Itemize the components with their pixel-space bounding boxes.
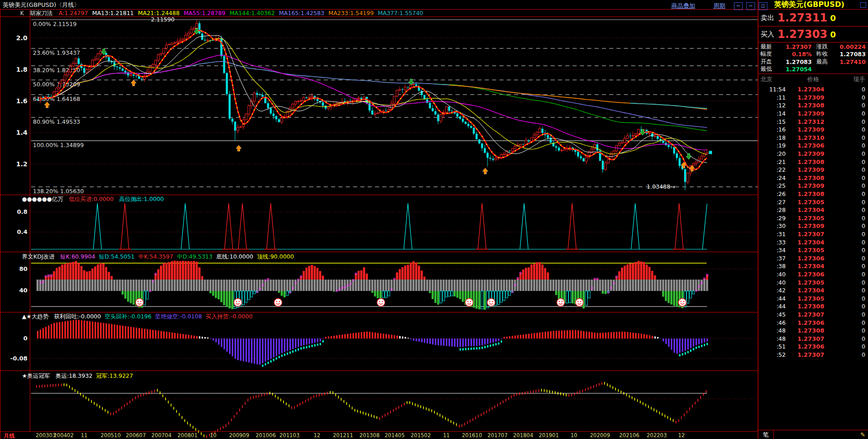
panel5-values: 奥运:18.3932冠军:13.9227 [55,372,137,379]
svg-text:80: 80 [19,265,27,272]
pen-icon[interactable]: ✎ [774,431,868,438]
svg-text:50.00% 1.73209: 50.00% 1.73209 [33,81,80,88]
svg-text:2.0: 2.0 [16,34,27,42]
panel2-buy-value: 低位买进:0.0000 [69,196,113,202]
quote-bottom-bar: 笔 ✎ [758,430,868,439]
svg-text:201405: 201405 [385,432,405,439]
indicator-value: A:1.24797 [59,10,88,16]
prev-window-icon[interactable]: ⇦ [734,2,743,10]
panel4-value: 空头回补:-0.0196 [105,313,151,320]
svg-text:201707: 201707 [488,432,508,439]
panel3-header: 界文KDJ改进 短K:60.9904短D:54.5051中K:54.3597中D… [22,253,301,261]
svg-text:1.8: 1.8 [16,66,27,73]
panel3-value: 顶线:90.0000 [257,253,294,260]
overlay-menu-label: 商品叠加 [671,2,695,9]
panel2-sell-value: 高位抛出:1.0000 [119,196,164,202]
svg-text:201103: 201103 [279,432,300,439]
indicator-value: MA55:1.28789 [184,10,225,16]
svg-text:200402: 200402 [54,432,74,439]
svg-text:23.60% 1.93437: 23.60% 1.93437 [33,49,80,56]
svg-text:201901: 201901 [539,432,559,439]
panel3-title: 界文KDJ改进 [22,253,55,260]
svg-text:200909: 200909 [229,432,249,439]
period-menu-label: 周期 [713,2,725,9]
svg-text:201610: 201610 [462,432,482,439]
svg-text:11: 11 [81,432,88,439]
panel4-value: 买入持货:-0.0000 [206,313,252,320]
bid-row: 买入 1.27303 0 [758,26,868,42]
indicator-value: MA13:1.21811 [92,10,134,16]
panel5-value: 奥运:18.3932 [55,372,92,379]
panel5-value: 冠军:13.9227 [96,372,133,379]
indicator-prefix: K [20,10,24,16]
main-indicator-header: K 胡家刀法 A:1.24797MA13:1.21811MA21:1.24488… [20,10,431,17]
next-window-icon[interactable]: ⇨ [746,2,755,10]
svg-text:10: 10 [571,432,578,439]
bid-volume: 0 [830,30,836,39]
col-time: 北京 [758,75,788,84]
panel5-title: ★奥运冠军 [22,372,50,379]
panel5-header: ★奥运冠军 奥运:18.3932冠军:13.9227 [22,372,140,380]
indicator-value: MA233:1.54199 [328,10,374,16]
svg-text:202106: 202106 [619,432,639,439]
panel4-title: ▲★大趋势 [22,313,48,320]
svg-text:1.4: 1.4 [16,129,27,136]
svg-text:1.6: 1.6 [16,97,27,105]
svg-text:12: 12 [678,432,685,439]
svg-text:201804: 201804 [513,432,533,439]
panel3-value: 短K:60.9904 [60,253,96,260]
svg-text:200704: 200704 [151,432,171,439]
indicator-value: MA144:1.40362 [230,10,275,16]
svg-text:202009: 202009 [590,432,610,439]
svg-text:0.4: 0.4 [17,228,27,235]
ask-row: 卖出 1.27311 0 [758,10,868,26]
indicator-value: MA21:1.24488 [138,10,180,16]
panel2-header: ●●●●●●亿万 低位买进:0.0000 高位抛出:1.0000 [22,196,167,203]
svg-text:11: 11 [443,432,450,439]
panel3-value: 中K:54.3597 [138,253,173,260]
svg-text:1.2: 1.2 [16,160,27,168]
svg-text:100.00% 1.34899: 100.00% 1.34899 [33,142,84,148]
svg-text:0.00% 2.11519: 0.00% 2.11519 [33,21,76,27]
panel3-values: 短K:60.9904短D:54.5051中K:54.3597中D:49.5313… [60,253,298,260]
col-volume: 现手 [838,75,868,84]
svg-text:200607: 200607 [126,432,146,439]
svg-text:0: 0 [23,335,27,342]
svg-text:200801: 200801 [177,432,198,439]
period-label[interactable]: 月线 [4,432,15,439]
ask-label: 卖出 [761,14,774,22]
svg-text:80.90% 1.49533: 80.90% 1.49533 [33,118,80,125]
quote-symbol-title: 英镑美元(GBPUSD) [758,0,860,10]
svg-text:40: 40 [19,287,27,294]
tab-tick[interactable]: 笔 [758,430,774,439]
svg-text:200303: 200303 [36,432,56,439]
svg-text:202203: 202203 [647,432,667,439]
panel2-title: ●●●●●●亿万 [22,196,63,202]
ask-volume: 0 [830,13,836,23]
svg-text:201308: 201308 [359,432,380,439]
panel4-value: 获利回吐:-0.0000 [54,313,101,320]
svg-text:200510: 200510 [101,432,121,439]
svg-text:-0.08: -0.08 [11,355,27,362]
quote-panel-header: 英镑美元(GBPUSD) [758,0,868,10]
bid-price[interactable]: 1.27303 [777,28,827,41]
svg-text:201211: 201211 [333,432,353,439]
svg-text:201006: 201006 [256,432,276,439]
period-menu[interactable]: 周期 [713,1,725,10]
indicator-value: MA377:1.55740 [378,10,423,16]
panel3-value: 短D:54.5051 [99,253,134,260]
overlay-menu[interactable]: 商品叠加 [671,1,695,10]
indicator-name: 胡家刀法 [30,10,53,16]
ask-price[interactable]: 1.27311 [777,11,827,24]
float-window-icon[interactable] [860,2,866,8]
indicator-values: A:1.24797MA13:1.21811MA21:1.24488MA55:1.… [59,10,427,16]
bid-label: 买入 [761,30,774,39]
svg-text:10: 10 [210,432,217,439]
col-price: 价格 [788,75,838,84]
svg-text:201502: 201502 [411,432,431,439]
panel3-value: 底线:10.0000 [216,253,253,260]
panel4-value: 坚绝做空:-0.0108 [155,313,202,320]
svg-text:1.03488→: 1.03488→ [647,183,675,190]
svg-text:12: 12 [314,432,321,439]
panel4-header: ▲★大趋势 获利回吐:-0.0000空头回补:-0.0196坚绝做空:-0.01… [22,313,260,321]
